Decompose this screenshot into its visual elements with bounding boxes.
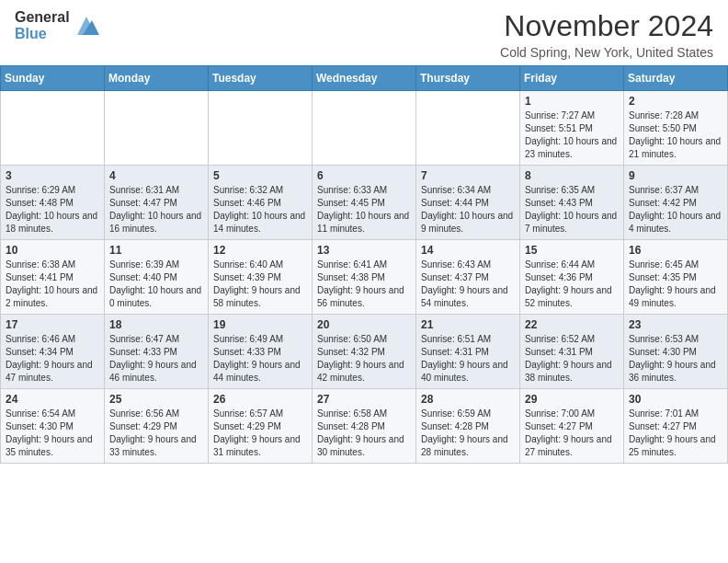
weekday-saturday: Saturday <box>624 66 728 91</box>
day-number: 13 <box>317 244 411 257</box>
weekday-thursday: Thursday <box>416 66 520 91</box>
day-number: 3 <box>6 169 99 182</box>
day-info: Sunrise: 6:54 AM Sunset: 4:30 PM Dayligh… <box>6 408 99 459</box>
calendar-cell: 24Sunrise: 6:54 AM Sunset: 4:30 PM Dayli… <box>1 389 105 464</box>
day-info: Sunrise: 6:52 AM Sunset: 4:31 PM Dayligh… <box>525 333 619 385</box>
calendar-cell: 23Sunrise: 6:53 AM Sunset: 4:30 PM Dayli… <box>624 315 728 389</box>
day-info: Sunrise: 7:27 AM Sunset: 5:51 PM Dayligh… <box>525 109 619 161</box>
day-info: Sunrise: 6:33 AM Sunset: 4:45 PM Dayligh… <box>317 184 411 236</box>
calendar-cell: 27Sunrise: 6:58 AM Sunset: 4:28 PM Dayli… <box>313 389 416 464</box>
day-number: 12 <box>213 244 307 257</box>
day-info: Sunrise: 6:43 AM Sunset: 4:37 PM Dayligh… <box>421 259 515 310</box>
day-info: Sunrise: 6:35 AM Sunset: 4:43 PM Dayligh… <box>525 184 619 236</box>
day-info: Sunrise: 6:58 AM Sunset: 4:28 PM Dayligh… <box>317 408 411 459</box>
day-number: 19 <box>213 318 307 331</box>
calendar-cell: 17Sunrise: 6:46 AM Sunset: 4:34 PM Dayli… <box>1 315 105 389</box>
day-info: Sunrise: 7:01 AM Sunset: 4:27 PM Dayligh… <box>629 408 722 459</box>
calendar-cell <box>416 91 520 166</box>
calendar-cell: 15Sunrise: 6:44 AM Sunset: 4:36 PM Dayli… <box>520 240 624 315</box>
weekday-header-row: SundayMondayTuesdayWednesdayThursdayFrid… <box>1 66 728 91</box>
day-info: Sunrise: 6:29 AM Sunset: 4:48 PM Dayligh… <box>6 184 99 236</box>
calendar-cell: 18Sunrise: 6:47 AM Sunset: 4:33 PM Dayli… <box>105 315 209 389</box>
calendar-cell: 30Sunrise: 7:01 AM Sunset: 4:27 PM Dayli… <box>624 389 728 464</box>
calendar-cell: 14Sunrise: 6:43 AM Sunset: 4:37 PM Dayli… <box>416 240 520 315</box>
day-info: Sunrise: 6:59 AM Sunset: 4:28 PM Dayligh… <box>421 408 515 459</box>
calendar-header: SundayMondayTuesdayWednesdayThursdayFrid… <box>1 66 728 91</box>
day-number: 21 <box>421 318 515 331</box>
week-row-3: 10Sunrise: 6:38 AM Sunset: 4:41 PM Dayli… <box>1 240 728 315</box>
location: Cold Spring, New York, United States <box>500 45 713 60</box>
calendar-cell: 10Sunrise: 6:38 AM Sunset: 4:41 PM Dayli… <box>1 240 105 315</box>
day-info: Sunrise: 6:38 AM Sunset: 4:41 PM Dayligh… <box>6 259 99 310</box>
day-number: 7 <box>421 169 515 182</box>
calendar: SundayMondayTuesdayWednesdayThursdayFrid… <box>0 65 728 464</box>
day-info: Sunrise: 6:40 AM Sunset: 4:39 PM Dayligh… <box>213 259 307 310</box>
calendar-body: 1Sunrise: 7:27 AM Sunset: 5:51 PM Daylig… <box>1 91 728 464</box>
weekday-monday: Monday <box>105 66 209 91</box>
weekday-friday: Friday <box>520 66 624 91</box>
day-info: Sunrise: 6:37 AM Sunset: 4:42 PM Dayligh… <box>629 184 722 236</box>
calendar-cell: 29Sunrise: 7:00 AM Sunset: 4:27 PM Dayli… <box>520 389 624 464</box>
calendar-cell: 13Sunrise: 6:41 AM Sunset: 4:38 PM Dayli… <box>313 240 416 315</box>
day-number: 26 <box>213 393 307 406</box>
calendar-cell: 11Sunrise: 6:39 AM Sunset: 4:40 PM Dayli… <box>105 240 209 315</box>
day-info: Sunrise: 6:39 AM Sunset: 4:40 PM Dayligh… <box>109 259 203 310</box>
day-number: 22 <box>525 318 619 331</box>
logo: General Blue <box>15 9 99 41</box>
day-number: 4 <box>109 169 203 182</box>
calendar-cell: 20Sunrise: 6:50 AM Sunset: 4:32 PM Dayli… <box>313 315 416 389</box>
day-info: Sunrise: 6:47 AM Sunset: 4:33 PM Dayligh… <box>109 333 203 385</box>
calendar-cell: 19Sunrise: 6:49 AM Sunset: 4:33 PM Dayli… <box>209 315 313 389</box>
calendar-cell: 21Sunrise: 6:51 AM Sunset: 4:31 PM Dayli… <box>416 315 520 389</box>
day-info: Sunrise: 6:41 AM Sunset: 4:38 PM Dayligh… <box>317 259 411 310</box>
day-number: 16 <box>629 244 722 257</box>
day-number: 14 <box>421 244 515 257</box>
day-number: 23 <box>629 318 722 331</box>
day-number: 24 <box>6 393 99 406</box>
day-info: Sunrise: 6:57 AM Sunset: 4:29 PM Dayligh… <box>213 408 307 459</box>
day-number: 17 <box>6 318 99 331</box>
weekday-sunday: Sunday <box>1 66 105 91</box>
calendar-cell: 3Sunrise: 6:29 AM Sunset: 4:48 PM Daylig… <box>1 166 105 240</box>
day-number: 28 <box>421 393 515 406</box>
day-info: Sunrise: 6:45 AM Sunset: 4:35 PM Dayligh… <box>629 259 722 310</box>
day-number: 11 <box>109 244 203 257</box>
calendar-cell <box>1 91 105 166</box>
month-title: November 2024 <box>500 9 713 43</box>
day-info: Sunrise: 6:46 AM Sunset: 4:34 PM Dayligh… <box>6 333 99 385</box>
day-info: Sunrise: 6:34 AM Sunset: 4:44 PM Dayligh… <box>421 184 515 236</box>
calendar-cell: 2Sunrise: 7:28 AM Sunset: 5:50 PM Daylig… <box>624 91 728 166</box>
page-header: General Blue November 2024 Cold Spring, … <box>0 0 728 65</box>
day-number: 2 <box>629 95 722 108</box>
calendar-cell: 6Sunrise: 6:33 AM Sunset: 4:45 PM Daylig… <box>313 166 416 240</box>
day-number: 30 <box>629 393 722 406</box>
calendar-cell <box>105 91 209 166</box>
week-row-2: 3Sunrise: 6:29 AM Sunset: 4:48 PM Daylig… <box>1 166 728 240</box>
day-number: 5 <box>213 169 307 182</box>
day-number: 6 <box>317 169 411 182</box>
logo-general: General <box>15 9 70 26</box>
day-number: 9 <box>629 169 722 182</box>
weekday-tuesday: Tuesday <box>209 66 313 91</box>
day-info: Sunrise: 6:50 AM Sunset: 4:32 PM Dayligh… <box>317 333 411 385</box>
day-info: Sunrise: 6:32 AM Sunset: 4:46 PM Dayligh… <box>213 184 307 236</box>
calendar-cell: 12Sunrise: 6:40 AM Sunset: 4:39 PM Dayli… <box>209 240 313 315</box>
calendar-cell: 9Sunrise: 6:37 AM Sunset: 4:42 PM Daylig… <box>624 166 728 240</box>
week-row-1: 1Sunrise: 7:27 AM Sunset: 5:51 PM Daylig… <box>1 91 728 166</box>
calendar-cell: 1Sunrise: 7:27 AM Sunset: 5:51 PM Daylig… <box>520 91 624 166</box>
logo-blue: Blue <box>15 26 70 42</box>
calendar-cell: 25Sunrise: 6:56 AM Sunset: 4:29 PM Dayli… <box>105 389 209 464</box>
calendar-cell: 16Sunrise: 6:45 AM Sunset: 4:35 PM Dayli… <box>624 240 728 315</box>
day-number: 10 <box>6 244 99 257</box>
week-row-4: 17Sunrise: 6:46 AM Sunset: 4:34 PM Dayli… <box>1 315 728 389</box>
day-info: Sunrise: 6:31 AM Sunset: 4:47 PM Dayligh… <box>109 184 203 236</box>
day-number: 27 <box>317 393 411 406</box>
day-number: 25 <box>109 393 203 406</box>
day-info: Sunrise: 6:56 AM Sunset: 4:29 PM Dayligh… <box>109 408 203 459</box>
day-number: 8 <box>525 169 619 182</box>
day-info: Sunrise: 6:53 AM Sunset: 4:30 PM Dayligh… <box>629 333 722 385</box>
calendar-cell: 8Sunrise: 6:35 AM Sunset: 4:43 PM Daylig… <box>520 166 624 240</box>
day-number: 20 <box>317 318 411 331</box>
calendar-cell: 4Sunrise: 6:31 AM Sunset: 4:47 PM Daylig… <box>105 166 209 240</box>
day-info: Sunrise: 6:51 AM Sunset: 4:31 PM Dayligh… <box>421 333 515 385</box>
